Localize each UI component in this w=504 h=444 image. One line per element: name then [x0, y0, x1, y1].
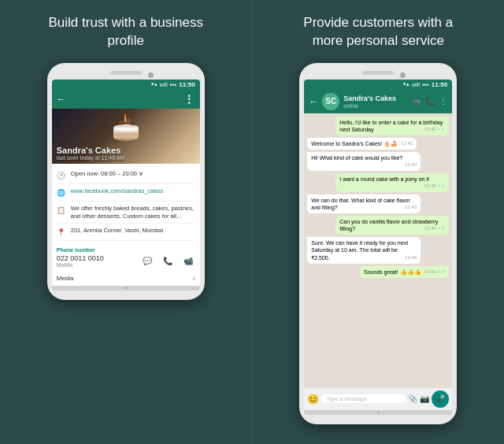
chat-more-icon[interactable]: ⋮ — [439, 97, 447, 105]
left-status-time: 11:50 — [179, 81, 195, 88]
phone-number-value: 022 0011 0010 — [57, 254, 104, 262]
location-icon: 📍 — [57, 228, 66, 237]
info-icon: 📋 — [57, 205, 66, 215]
message-6: Can you do vanilla flavor and strawberry… — [335, 216, 449, 235]
message-1: Hello, I'd like to order a cake for a bi… — [335, 117, 449, 135]
phone-number-section: Phone number 022 0011 0010 Mobile 💬 📞 📹 — [52, 244, 200, 271]
chat-contact-name: Sandra's Cakes — [343, 94, 407, 103]
msg-time-4: 11:43 ✓✓ — [424, 183, 446, 190]
chat-back-button[interactable]: ← — [309, 96, 318, 107]
left-signal-icon: ▾▴ — [151, 81, 158, 87]
right-phone-speaker — [362, 71, 394, 75]
website-row[interactable]: 🌐 www.facebook.com/sandras_cakes — [57, 184, 195, 202]
svg-point-6 — [130, 121, 134, 125]
right-status-time: 11:50 — [432, 81, 447, 88]
left-status-bar: ▾▴ wifi ▪▪▪ 11:50 — [52, 80, 200, 90]
msg-time-5: 11:43 — [405, 205, 417, 211]
svg-point-4 — [119, 120, 124, 125]
message-2: Welcome to Sandra's Cakes! 🎂🍰 11:42 — [307, 138, 417, 150]
message-4: I want a round cake with a pony on it 11… — [335, 173, 449, 192]
right-phone-camera — [400, 72, 406, 78]
phone-number-info: 022 0011 0010 Mobile — [57, 254, 104, 268]
phone-action-buttons: 💬 📞 📹 — [140, 256, 195, 267]
left-battery-icon: ▪▪▪ — [170, 81, 177, 88]
left-more-button[interactable]: ⋮ — [183, 93, 195, 105]
right-phone-home-bar — [304, 410, 452, 415]
clock-icon: 🕐 — [57, 171, 66, 180]
business-name: Sandra's Cakes — [57, 146, 195, 155]
msg-time-2: 11:42 — [401, 141, 413, 147]
message-5: We can do that. What kind of cake flavor… — [307, 194, 421, 213]
video-call-icon[interactable]: 📹 — [411, 97, 421, 105]
home-dot — [124, 287, 128, 290]
right-battery-icon: ▪▪▪ — [422, 81, 429, 88]
left-phone-screen: ▾▴ wifi ▪▪▪ 11:50 ← ⋮ — [52, 80, 200, 287]
address-row: 📍 201, Areniia Corner, Vashi, Mumbai — [57, 224, 195, 241]
chat-input-bar: 😊 Type a message 📎 📷 🎤 — [304, 388, 452, 410]
description-row: 📋 We offer freshly baked breads, cakes, … — [57, 202, 195, 224]
media-row[interactable]: Media › — [52, 271, 200, 286]
msg-time-6: 11:45 ✓✓ — [424, 226, 446, 232]
right-phone-mockup: ▾▴ wifi ▪▪▪ 11:50 ← SC Sandra's Cakes on… — [299, 63, 457, 424]
message-8: Sounds great! 👍👍👍 11:50 ✓✓ — [360, 266, 449, 278]
left-back-button[interactable]: ← — [57, 94, 66, 105]
business-cover-image: Sandra's Cakes last seen today at 11:48 … — [52, 109, 200, 164]
description-text: We offer freshly baked breads, cakes, pa… — [71, 205, 195, 220]
emoji-button[interactable]: 😊 — [307, 394, 319, 405]
left-chat-header: ← ⋮ — [52, 90, 200, 109]
call-action-button[interactable]: 📞 — [161, 256, 175, 267]
left-panel: Build trust with a business profile ▾▴ w… — [0, 0, 253, 444]
video-action-button[interactable]: 📹 — [181, 256, 195, 267]
svg-point-3 — [113, 124, 139, 131]
cake-icon — [110, 113, 142, 143]
address-text: 201, Areniia Corner, Vashi, Mumbai — [71, 227, 163, 235]
chat-messages: Hello, I'd like to order a cake for a bi… — [304, 113, 452, 388]
voice-call-icon[interactable]: 📞 — [425, 97, 435, 105]
right-wifi-icon: wifi — [412, 82, 420, 87]
message-7: Sure. We can have it ready for you next … — [307, 237, 421, 263]
phone-camera — [148, 72, 154, 78]
msg-time-1: 11:42 ✓✓ — [424, 127, 446, 133]
left-wifi-icon: wifi — [160, 82, 168, 87]
business-name-overlay: Sandra's Cakes last seen today at 11:48 … — [57, 146, 195, 161]
business-status: last seen today at 11:48 AM — [57, 155, 195, 161]
media-chevron-icon: › — [192, 274, 195, 283]
chat-input-field[interactable]: Type a message — [321, 394, 406, 403]
phone-number-type: Mobile — [57, 262, 104, 268]
message-action-button[interactable]: 💬 — [140, 256, 154, 267]
hours-row: 🕐 Open now: 08:00 – 20:00 ∨ — [57, 167, 195, 184]
chat-header: ← SC Sandra's Cakes online 📹 📞 ⋮ — [304, 90, 452, 113]
chat-avatar: SC — [322, 93, 339, 110]
msg-time-8: 11:50 ✓✓ — [424, 269, 446, 276]
right-panel-title: Provide customers with a more personal s… — [303, 14, 453, 50]
right-panel: Provide customers with a more personal s… — [253, 0, 505, 444]
message-3: Hi! What kind of cake would you like? 11… — [307, 152, 421, 171]
chat-contact-info: Sandra's Cakes online — [343, 94, 407, 109]
chat-input-placeholder: Type a message — [326, 396, 366, 401]
website-link[interactable]: www.facebook.com/sandras_cakes — [71, 187, 163, 194]
phone-number-label: Phone number — [57, 247, 195, 253]
left-panel-title: Build trust with a business profile — [48, 14, 203, 50]
msg-time-7: 11:48 — [405, 255, 417, 261]
msg-time-3: 11:43 — [405, 162, 417, 168]
mic-button[interactable]: 🎤 — [432, 390, 449, 408]
right-signal-icon: ▾▴ — [403, 81, 410, 87]
svg-point-8 — [124, 114, 126, 117]
phone-speaker — [110, 71, 142, 75]
right-home-dot — [376, 411, 380, 414]
phone-home-bar — [52, 286, 200, 290]
hours-text: Open now: 08:00 – 20:00 ∨ — [71, 170, 143, 178]
chat-contact-status: online — [343, 103, 407, 109]
phone-number-row: 022 0011 0010 Mobile 💬 📞 📹 — [57, 254, 195, 268]
camera-icon[interactable]: 📷 — [420, 394, 429, 403]
business-profile-body: 🕐 Open now: 08:00 – 20:00 ∨ 🌐 www.facebo… — [52, 164, 200, 245]
right-status-bar: ▾▴ wifi ▪▪▪ 11:50 — [304, 80, 452, 90]
globe-icon: 🌐 — [57, 188, 66, 198]
media-label: Media — [57, 275, 74, 282]
left-phone-mockup: ▾▴ wifi ▪▪▪ 11:50 ← ⋮ — [47, 63, 205, 301]
right-phone-screen: ▾▴ wifi ▪▪▪ 11:50 ← SC Sandra's Cakes on… — [304, 80, 452, 410]
chat-header-icons: 📹 📞 ⋮ — [411, 97, 447, 105]
attach-icon[interactable]: 📎 — [408, 394, 417, 403]
